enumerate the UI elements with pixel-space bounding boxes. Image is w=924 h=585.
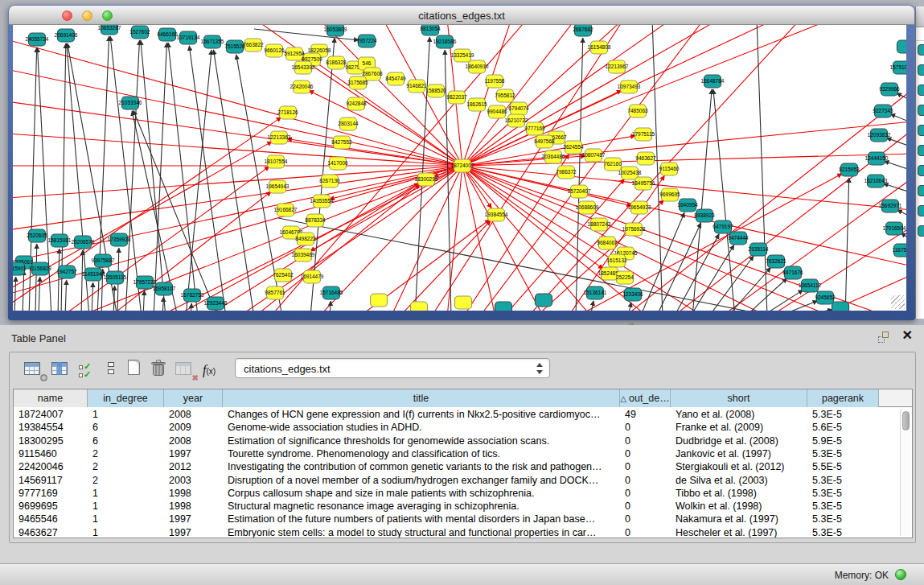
table-cell: 0 (620, 474, 671, 487)
network-edge[interactable] (13, 101, 462, 166)
delete-column-icon-disabled[interactable]: ✖ (175, 359, 196, 380)
node-label: 10653287 (98, 25, 121, 31)
delete-table-icon[interactable] (150, 359, 170, 380)
network-node[interactable] (495, 302, 512, 311)
network-edge[interactable] (309, 90, 462, 166)
network-edge[interactable] (391, 166, 462, 311)
column-header-year[interactable]: year (164, 389, 223, 407)
background-network-node (918, 225, 924, 237)
network-edge[interactable] (39, 277, 40, 311)
network-edge[interactable] (143, 290, 145, 311)
node-label: 9904486 (487, 109, 507, 114)
network-node[interactable] (536, 294, 552, 307)
background-network-node (918, 145, 924, 156)
network-canvas[interactable]: 1872400718300295193845542405572420691406… (13, 25, 906, 311)
network-edge[interactable] (110, 36, 142, 311)
network-node[interactable] (832, 302, 849, 311)
row-height-icon[interactable] (103, 359, 124, 380)
network-edge[interactable] (462, 166, 544, 311)
network-edge[interactable] (462, 154, 906, 166)
network-edge[interactable] (13, 166, 462, 198)
column-header-name[interactable]: name (14, 389, 88, 407)
network-edge[interactable] (897, 210, 906, 218)
select-columns-icon[interactable] (51, 359, 72, 380)
table-row[interactable]: 946554611997Estimation of the future num… (14, 513, 912, 525)
node-label: 2520605 (27, 233, 47, 238)
node-label: 16154808 (588, 44, 611, 50)
table-row[interactable]: 946362711997Embryonic stem cells: a mode… (14, 526, 912, 538)
node-label: 762160 (604, 161, 622, 167)
table-row[interactable]: 911546021997Tourette syndrome. Phenomeno… (14, 447, 912, 460)
column-header-in_degree[interactable]: in_degree (88, 389, 164, 407)
column-header-short[interactable]: short (671, 389, 807, 407)
float-panel-icon[interactable] (878, 332, 890, 344)
node-label: 12093832 (868, 132, 891, 138)
network-node[interactable] (411, 302, 428, 311)
table-row[interactable]: 1456911722003Disruption of a novel membe… (14, 474, 912, 487)
network-edge[interactable] (897, 93, 906, 101)
network-edge[interactable] (287, 139, 462, 166)
network-edge[interactable] (884, 161, 906, 171)
network-edge[interactable] (890, 114, 906, 123)
node-label: 14353554 (310, 198, 334, 204)
network-edge[interactable] (35, 244, 37, 311)
network-edge[interactable] (13, 166, 462, 295)
column-header-out_de[interactable]: △out_de… (620, 389, 671, 407)
network-edge[interactable] (125, 40, 139, 311)
background-network-node (918, 44, 924, 56)
network-edge[interactable] (462, 166, 889, 311)
network-node[interactable] (455, 296, 472, 309)
table-settings-icon[interactable] (24, 359, 45, 380)
scrollbar-thumb[interactable] (902, 411, 910, 431)
network-edge[interactable] (168, 43, 198, 311)
network-node[interactable] (897, 40, 907, 53)
close-panel-icon[interactable]: ✕ (902, 329, 913, 342)
node-label: 3915901 (13, 266, 27, 271)
network-edge[interactable] (141, 40, 166, 311)
function-builder-icon[interactable]: f(x) (203, 359, 224, 380)
network-edge[interactable] (330, 301, 331, 311)
column-header-title[interactable]: title (223, 389, 620, 407)
network-edge[interactable] (462, 25, 576, 166)
table-row[interactable]: 977716911998Corpus callosum shape and si… (14, 487, 912, 500)
table-cell: 1997 (164, 526, 223, 538)
table-cell: 1997 (164, 447, 223, 460)
table-row[interactable]: 969969511998Structural magnetic resonanc… (14, 500, 912, 513)
network-node[interactable] (371, 294, 388, 307)
network-edge[interactable] (757, 25, 767, 311)
network-edge[interactable] (65, 280, 67, 311)
node-label: 17975115 (632, 131, 655, 137)
new-table-icon[interactable] (125, 359, 146, 380)
network-edge[interactable] (23, 270, 24, 311)
table-selector-dropdown[interactable]: citations_edges.txt (235, 358, 550, 378)
background-window-sliver[interactable] (915, 6, 924, 319)
table-row[interactable]: 1830029562008Estimation of significance … (14, 435, 912, 447)
select-attributes-icon[interactable]: ✓✓ (79, 362, 100, 383)
table-body: 1872400712008Changes of HCN gene express… (14, 408, 912, 538)
network-edge[interactable] (791, 310, 832, 311)
network-edge[interactable] (162, 297, 163, 311)
node-label: 5912954 (284, 51, 305, 56)
table-row[interactable]: 1938455462009Genome-wide association stu… (14, 421, 912, 434)
network-edge[interactable] (576, 38, 583, 311)
square-glyph (108, 362, 114, 367)
network-edge[interactable] (462, 166, 495, 311)
vertical-scrollbar[interactable] (900, 409, 910, 536)
column-header-pagerank[interactable]: pagerank (807, 389, 879, 407)
window-titlebar[interactable]: citations_edges.txt (9, 6, 914, 25)
resize-grip-icon[interactable] (891, 295, 905, 309)
network-edge[interactable] (845, 178, 849, 311)
network-edge[interactable] (191, 303, 191, 311)
table-row[interactable]: 1872400712008Changes of HCN gene express… (14, 408, 912, 421)
network-edge[interactable] (713, 89, 735, 311)
network-edge[interactable] (14, 277, 16, 311)
table-row[interactable]: 2242004622012Investigating the contribut… (14, 460, 912, 473)
table-cell: 5.3E-5 (807, 500, 879, 513)
network-edge[interactable] (13, 142, 272, 290)
network-edge[interactable] (462, 25, 833, 166)
splitter-handle-icon[interactable] (628, 321, 634, 325)
divider (916, 40, 924, 41)
network-edge[interactable] (92, 282, 93, 311)
network-edge[interactable] (628, 303, 631, 311)
network-edge[interactable] (13, 166, 462, 230)
